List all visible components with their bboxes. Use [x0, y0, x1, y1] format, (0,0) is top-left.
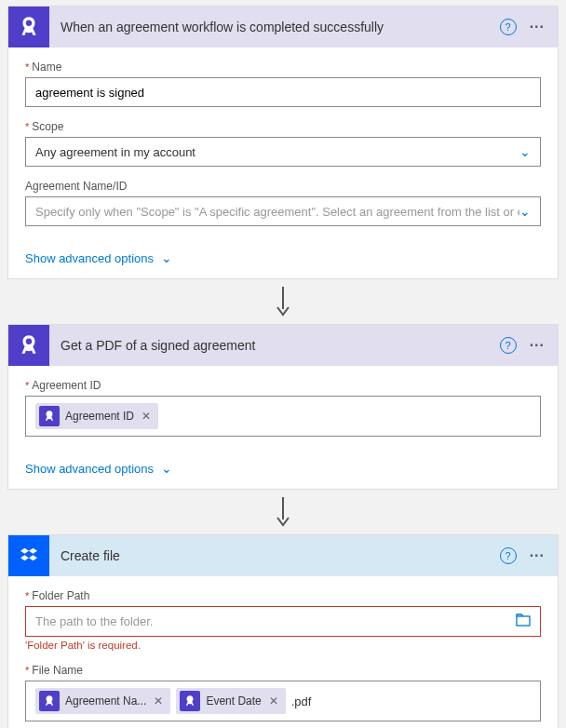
action-createfile-title: Create file [49, 548, 500, 563]
agreement-select[interactable]: Specify only when "Scope" is "A specific… [25, 196, 541, 226]
dropbox-icon [8, 535, 49, 576]
token-remove-icon[interactable]: ✕ [140, 410, 151, 423]
action-createfile-header[interactable]: Create file ? ··· [8, 535, 558, 576]
folder-picker-icon[interactable] [516, 613, 531, 629]
action-pdf-title: Get a PDF of a signed agreement [49, 338, 500, 353]
scope-value: Any agreement in my account [35, 145, 195, 159]
filename-label: File Name [25, 664, 541, 677]
scope-select[interactable]: Any agreement in my account ⌄ [25, 137, 541, 167]
name-label: Name [25, 61, 541, 74]
scope-label: Scope [25, 120, 541, 133]
name-value[interactable] [35, 86, 531, 100]
adobe-sign-icon [8, 325, 49, 366]
show-advanced-link[interactable]: Show advanced options ⌄ [8, 245, 558, 278]
adobe-sign-icon [39, 691, 60, 711]
token-remove-icon[interactable]: ✕ [152, 694, 163, 708]
connector-arrow [0, 495, 566, 529]
trigger-header[interactable]: When an agreement workflow is completed … [8, 7, 558, 47]
folder-path-error: 'Folder Path' is required. [25, 640, 541, 651]
more-icon[interactable]: ··· [530, 19, 545, 35]
more-icon[interactable]: ··· [530, 547, 545, 564]
action-pdf-header[interactable]: Get a PDF of a signed agreement ? ··· [8, 325, 558, 366]
token-agreement-id[interactable]: Agreement ID ✕ [35, 403, 158, 429]
action-card-pdf: Get a PDF of a signed agreement ? ··· Ag… [7, 324, 559, 490]
svg-rect-2 [517, 616, 530, 626]
connector-arrow [0, 285, 566, 318]
more-icon[interactable]: ··· [530, 337, 545, 354]
action-card-createfile: Create file ? ··· Folder Path The path t… [7, 534, 559, 728]
help-icon[interactable]: ? [500, 19, 517, 35]
folder-path-input[interactable]: The path to the folder. [25, 606, 541, 637]
agreement-placeholder: Specify only when "Scope" is "A specific… [35, 205, 519, 219]
filename-suffix: .pdf [291, 694, 312, 708]
adobe-sign-icon [180, 691, 200, 711]
chevron-down-icon: ⌄ [519, 144, 531, 159]
agreement-id-label: Agreement ID [25, 379, 541, 392]
folder-path-label: Folder Path [25, 589, 541, 602]
help-icon[interactable]: ? [500, 547, 517, 564]
chevron-down-icon: ⌄ [161, 250, 172, 265]
filename-input[interactable]: Agreement Na... ✕ Event Date ✕ .pdf [25, 681, 541, 721]
adobe-sign-icon [8, 7, 49, 47]
show-advanced-link[interactable]: Show advanced options ⌄ [8, 455, 558, 489]
agreement-label: Agreement Name/ID [25, 180, 541, 193]
token-agreement-name[interactable]: Agreement Na... ✕ [35, 688, 170, 714]
name-input[interactable] [25, 77, 541, 107]
help-icon[interactable]: ? [500, 337, 517, 354]
token-remove-icon[interactable]: ✕ [267, 694, 278, 708]
adobe-sign-icon [39, 406, 60, 426]
trigger-title: When an agreement workflow is completed … [49, 20, 500, 34]
trigger-card: When an agreement workflow is completed … [7, 6, 559, 279]
chevron-down-icon: ⌄ [519, 204, 531, 219]
token-event-date[interactable]: Event Date ✕ [176, 688, 285, 714]
folder-path-placeholder: The path to the folder. [35, 614, 153, 628]
chevron-down-icon: ⌄ [161, 461, 172, 476]
agreement-id-input[interactable]: Agreement ID ✕ [25, 396, 541, 437]
